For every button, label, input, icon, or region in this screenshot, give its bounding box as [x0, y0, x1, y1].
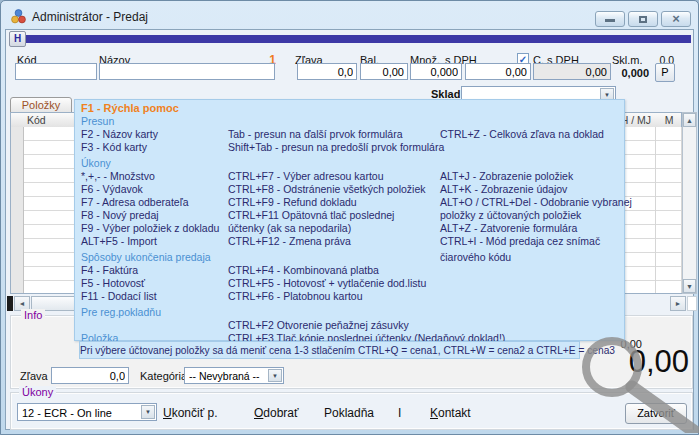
help-row: F7 - Adresa odberateľaCTRL+F9 - Refund d…	[75, 196, 624, 209]
help-shortcut-text: Shift+Tab - presun na predošlí prvok for…	[228, 141, 444, 153]
odobrat-button[interactable]: Odobrať	[254, 406, 299, 420]
help-row: F5 - HotovosťCTRL+F5 - Hotovosť + vytlač…	[75, 277, 624, 290]
info-groupbox-label: Info	[21, 309, 45, 321]
help-title-row: F1 - Rýchla pomoc	[75, 102, 624, 115]
help-section-heading: Pre reg.pokladňu	[81, 306, 161, 318]
app-window: Administrátor - Predaj × H Kód Názov 1 Z…	[0, 0, 699, 435]
row-marker	[7, 296, 13, 311]
nazov-input[interactable]	[99, 63, 275, 80]
zlava-input[interactable]	[297, 63, 357, 80]
h-toolbar-button[interactable]: H	[9, 31, 26, 47]
record-selector-column	[11, 127, 24, 293]
help-shortcut-text: *,+,- - Množstvo	[81, 170, 155, 182]
maximize-button[interactable]	[628, 11, 658, 27]
help-shortcut-text: ALT+Z - Zatvorenie formulára	[440, 222, 577, 234]
p-button[interactable]: P	[655, 63, 675, 82]
help-row: F8 - Nový predajCTRL+F11 Opätovná tlač p…	[75, 209, 624, 222]
help-shortcut-text: F9 - Výber položiek z dokladu	[81, 222, 219, 234]
help-shortcut-text: ALT+O / CTRL+Del - Odobranie vybranej	[440, 196, 632, 208]
kategoria-value: -- Nevybraná --	[189, 370, 260, 382]
help-popup: F1 - Rýchla pomoc PresunF2 - Názov karty…	[74, 99, 625, 341]
client-area: H Kód Názov 1 Zľava Bal. Množ. s DPH ✓ C…	[5, 29, 694, 430]
help-shortcut-text: F3 - Kód karty	[81, 141, 147, 153]
i-button[interactable]: I	[398, 406, 401, 420]
pokladna-button[interactable]: Pokladňa	[324, 406, 374, 420]
maximize-icon	[639, 16, 647, 23]
help-rows: PresunF2 - Názov kartyTab - presun na ďa…	[75, 115, 624, 345]
ecr-value: 12 - ECR - On line	[22, 407, 112, 419]
sdph-input[interactable]	[465, 63, 531, 80]
title-bar[interactable]: Administrátor - Predaj ×	[6, 5, 693, 29]
screenshot-stage: Administrátor - Predaj × H Kód Názov 1 Z…	[0, 0, 699, 435]
help-row: F3 - Kód kartyShift+Tab - presun na pred…	[75, 141, 624, 154]
column-header-m: M	[659, 114, 679, 126]
help-footer: Pri výbere účtovanej položky sa dá meniť…	[79, 341, 580, 359]
help-title: F1 - Rýchla pomoc	[81, 102, 179, 114]
help-row: F2 - Názov kartyTab - presun na ďalší pr…	[75, 128, 624, 141]
scrollbar-corner	[687, 296, 697, 311]
ecr-combobox[interactable]: 12 - ECR - On line ▼	[17, 403, 157, 421]
help-shortcut-text: F4 - Faktúra	[81, 264, 138, 276]
discount-input[interactable]	[51, 367, 129, 384]
help-row: CTRL+F2 Otvorenie peňažnej zásuvky	[75, 319, 624, 332]
help-shortcut-text: ALT+J - Zobrazenie položiek	[440, 170, 573, 182]
help-shortcut-text: F11 - Dodací list	[81, 290, 157, 302]
close-icon: ×	[672, 11, 680, 26]
kategoria-label: Kategória	[140, 370, 187, 382]
help-shortcut-text: ALT+F5 - Import	[81, 235, 157, 247]
app-icon	[10, 8, 27, 25]
sklm-value: 0,000	[601, 67, 649, 79]
bal-input[interactable]	[360, 63, 408, 80]
tab-polozky[interactable]: Položky	[10, 97, 72, 113]
help-shortcut-text: CTRL+F2 Otvorenie peňažnej zásuvky	[228, 319, 409, 331]
kategoria-combobox[interactable]: -- Nevybraná -- ▼	[184, 367, 284, 384]
csdph-input[interactable]	[533, 63, 611, 80]
help-shortcut-text: Tab - presun na ďalší prvok formulára	[228, 128, 403, 140]
scroll-up-icon[interactable]: ▲	[683, 113, 696, 127]
column-divider	[655, 127, 656, 293]
column-header-kod: Kód	[27, 114, 46, 126]
scroll-down-icon[interactable]: ▼	[683, 279, 696, 293]
discount-label: Zľava	[20, 370, 48, 382]
help-shortcut-text: CTRL+F4 - Kombinovaná platba	[228, 264, 379, 276]
mnoz-input[interactable]	[410, 63, 462, 80]
kontakt-button[interactable]: Kontakt	[430, 406, 471, 420]
help-shortcut-text: CTRL+F9 - Refund dokladu	[228, 196, 357, 208]
help-shortcut-text: F7 - Adresa odberateľa	[81, 196, 189, 208]
help-shortcut-text: F5 - Hotovosť	[81, 277, 145, 289]
help-row: Pre reg.pokladňu	[75, 306, 624, 319]
close-button[interactable]: ×	[661, 11, 691, 27]
help-row: F9 - Výber položiek z dokladuúčtenky (ak…	[75, 222, 624, 235]
help-row: F4 - FaktúraCTRL+F4 - Kombinovaná platba	[75, 264, 624, 277]
help-shortcut-text: CTRL+F5 - Hotovosť + vytlačenie dod.list…	[228, 277, 426, 289]
minimize-icon	[605, 19, 615, 22]
actions-groupbox-label: Úkony	[19, 386, 56, 398]
ukoncit-button[interactable]: Ukončiť p.	[163, 406, 218, 420]
help-shortcut-text: ALT+K - Zobrazenie údajov	[440, 183, 567, 195]
kategoria-dropdown-icon[interactable]: ▼	[268, 369, 282, 382]
minimize-button[interactable]	[595, 11, 625, 27]
actions-groupbox: Úkony 12 - ECR - On line ▼ Ukončiť p. Od…	[10, 392, 693, 430]
help-shortcut-text: CTRL+F11 Opätovná tlač poslednej	[228, 209, 394, 221]
help-section-heading: Úkony	[81, 157, 111, 169]
help-row: F11 - Dodací listCTRL+F6 - Platobnou kar…	[75, 290, 624, 303]
scroll-right-icon[interactable]: ►	[670, 296, 686, 311]
help-shortcut-text: CTRL+F12 - Zmena práva	[228, 235, 351, 247]
sklm-label: Skl.m.	[612, 54, 643, 66]
vertical-scrollbar[interactable]: ▲ ▼	[682, 112, 697, 294]
window-title: Administrátor - Predaj	[32, 10, 148, 24]
kod-input[interactable]	[15, 63, 97, 80]
help-shortcut-text: účtenky (ak sa nepodarila)	[228, 222, 351, 234]
help-row: Spôsoby ukončenia predajačiarového kódu	[75, 251, 624, 264]
help-shortcut-text: F8 - Nový predaj	[81, 209, 159, 221]
help-shortcut-text: čiarového kódu	[440, 251, 511, 263]
help-shortcut-text: CTRL+F7 - Výber adresou kartou	[228, 170, 384, 182]
help-shortcut-text: CTRL+F6 - Platobnou kartou	[228, 290, 363, 302]
zatvorit-button[interactable]: Zatvoriť	[625, 403, 687, 424]
help-section-heading: Presun	[81, 115, 114, 127]
help-row: F6 - VýdavokCTRL+F8 - Odstránenie všetký…	[75, 183, 624, 196]
help-row: *,+,- - MnožstvoCTRL+F7 - Výber adresou …	[75, 170, 624, 183]
ecr-dropdown-icon[interactable]: ▼	[141, 405, 155, 419]
help-shortcut-text: F2 - Názov karty	[81, 128, 158, 140]
toolbar-bar	[26, 35, 691, 43]
